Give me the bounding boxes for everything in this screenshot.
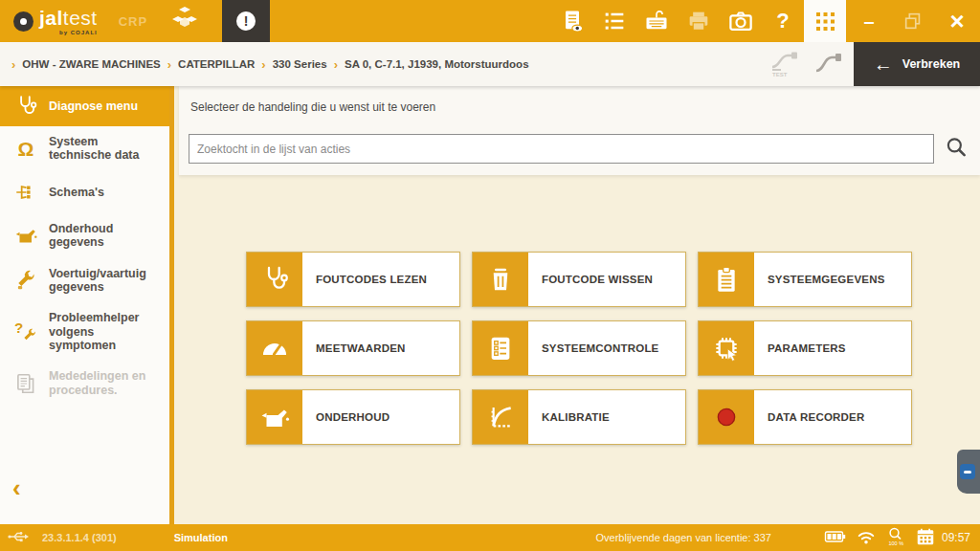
usb-icon <box>8 528 31 547</box>
teamviewer-icon <box>960 464 975 479</box>
action-prompt: Selecteer de handeling die u wenst uit t… <box>190 100 435 114</box>
wifi-icon <box>856 527 877 548</box>
keyboard-icon[interactable] <box>635 0 678 42</box>
action-foutcodes-lezen[interactable]: FOUTCODES LEZEN <box>246 252 460 307</box>
prompt-strip: Selecteer de handeling die u wenst uit t… <box>179 86 980 175</box>
oilcan-icon <box>11 223 40 248</box>
breadcrumb-item-make[interactable]: CATERPILLAR <box>178 58 255 70</box>
remote-support-tab[interactable] <box>957 450 980 494</box>
calendar-icon[interactable] <box>915 526 936 549</box>
action-label: SYSTEEMCONTROLE <box>528 321 685 375</box>
action-meetwaarden[interactable]: MEETWAARDEN <box>246 320 460 376</box>
action-systeemgegevens[interactable]: SYSTEEMGEGEVENS <box>698 252 912 307</box>
action-label: PARAMETERS <box>754 321 911 375</box>
jaltest-logo: jaltest by COJALI <box>13 8 98 35</box>
checklist-icon <box>473 321 528 375</box>
schematic-icon <box>11 180 40 205</box>
breadcrumb-bar: › OHW - ZWARE MACHINES › CATERPILLAR › 3… <box>0 42 980 86</box>
restore-window-button[interactable] <box>892 0 934 42</box>
help-icon[interactable]: ? <box>762 0 804 42</box>
breadcrumb-item-model[interactable]: 330 Series <box>273 58 327 70</box>
action-data-recorder[interactable]: DATA RECORDER <box>698 389 912 445</box>
clipboard-icon <box>699 253 754 306</box>
sidebar-item-schemas[interactable]: Schema's <box>0 171 169 213</box>
main-content: Selecteer de handeling die u wenst uit t… <box>179 86 980 524</box>
omega-icon: Ω <box>11 139 40 159</box>
alerts-button[interactable]: ! <box>222 0 270 42</box>
exclamation-icon: ! <box>236 11 256 31</box>
minimize-button[interactable]: – <box>846 11 892 33</box>
cubes-icon[interactable] <box>168 5 201 37</box>
stethoscope-icon <box>11 94 40 119</box>
close-button[interactable]: × <box>934 7 980 36</box>
action-label: KALIBRATIE <box>528 390 685 444</box>
sidebar: Diagnose menu Ω Systeem technische data … <box>0 86 174 524</box>
sidebar-item-mededelingen: Mededelingen en procedures. <box>0 361 169 406</box>
action-label: DATA RECORDER <box>754 390 911 444</box>
zoom-level-label: 100 % <box>888 540 903 546</box>
action-grid: FOUTCODES LEZEN FOUTCODE WISSEN SYSTEE <box>246 252 912 445</box>
zoom-level-icon[interactable]: 100 % <box>885 526 906 549</box>
search-icon[interactable] <box>944 135 969 164</box>
gauge-icon <box>247 321 302 375</box>
breadcrumb-item-category[interactable]: OHW - ZWARE MACHINES <box>22 58 160 70</box>
sidebar-item-label: Voertuig/vaartuig gegevens <box>49 267 164 295</box>
sidebar-item-voertuig-gegevens[interactable]: Voertuig/vaartuig gegevens <box>0 258 169 303</box>
sidebar-item-systeem-technische-data[interactable]: Ω Systeem technische data <box>0 126 169 171</box>
disconnect-label: Verbreken <box>902 57 960 71</box>
action-label: SYSTEEMGEGEVENS <box>754 253 911 306</box>
breadcrumb: › OHW - ZWARE MACHINES › CATERPILLAR › 3… <box>11 57 529 72</box>
record-icon <box>699 390 754 444</box>
stethoscope-icon <box>247 253 302 306</box>
title-bar: jaltest by COJALI CRP ! <box>0 0 980 42</box>
chevron-right-icon: › <box>334 57 338 72</box>
chevron-right-icon: › <box>167 57 171 72</box>
license-days-label: Overblijvende dagen van licentie: 337 <box>596 532 771 543</box>
status-bar: 23.3.1.1.4 (301) Simulation Overblijvend… <box>0 524 980 551</box>
chevron-right-icon: › <box>261 57 265 72</box>
sidebar-item-label: Mededelingen en procedures. <box>49 369 164 397</box>
sidebar-item-label: Diagnose menu <box>49 99 138 113</box>
action-label: MEETWAARDEN <box>302 321 459 375</box>
disconnect-button[interactable]: ← Verbreken <box>854 42 980 86</box>
sidebar-item-diagnose-menu[interactable]: Diagnose menu <box>0 86 169 126</box>
breadcrumb-item-system[interactable]: SA 0, C-7.1, J1939, Motorstuurdoos <box>345 58 529 70</box>
brand-subtext: by COJALI <box>39 30 98 35</box>
action-foutcode-wissen[interactable]: FOUTCODE WISSEN <box>472 252 686 307</box>
arrow-left-icon: ← <box>874 55 893 74</box>
crp-label: CRP <box>119 14 147 29</box>
apps-grid-icon[interactable] <box>804 0 846 42</box>
oilcan-icon <box>247 390 302 444</box>
wrench-icon <box>11 268 40 293</box>
report-icon[interactable] <box>551 0 593 42</box>
action-onderhoud[interactable]: ONDERHOUD <box>246 389 460 445</box>
action-systeemcontrole[interactable]: SYSTEEMCONTROLE <box>472 320 686 376</box>
version-label: 23.3.1.1.4 (301) <box>42 532 117 543</box>
sidebar-item-label: Systeem technische data <box>49 135 164 163</box>
calibration-icon <box>473 390 528 444</box>
list-icon[interactable] <box>593 0 635 42</box>
svg-text:TEST: TEST <box>772 72 788 77</box>
mode-label: Simulation <box>174 532 228 543</box>
trash-icon <box>473 253 528 306</box>
printer-icon <box>678 0 720 42</box>
connector-icon <box>812 48 846 80</box>
chip-icon <box>699 321 754 375</box>
question-wrench-icon: ? <box>11 320 40 344</box>
chevron-right-icon: › <box>11 57 15 72</box>
search-input[interactable] <box>189 134 934 164</box>
sidebar-item-label: Schema's <box>49 186 104 199</box>
sidebar-item-onderhoud-gegevens[interactable]: Onderhoud gegevens <box>0 213 169 258</box>
connector-test-icon: TEST <box>768 46 802 82</box>
camera-icon[interactable] <box>720 0 762 42</box>
sidebar-item-label: Onderhoud gegevens <box>49 222 164 250</box>
sidebar-item-probleemhelper[interactable]: ? Probleemhelper volgens symptomen <box>0 302 169 361</box>
action-kalibratie[interactable]: KALIBRATIE <box>472 389 686 445</box>
action-label: FOUTCODES LEZEN <box>302 253 459 306</box>
sidebar-item-label: Probleemhelper volgens symptomen <box>49 311 164 352</box>
action-parameters[interactable]: PARAMETERS <box>698 320 912 376</box>
clock-label: 09:57 <box>942 531 970 544</box>
sidebar-collapse-button[interactable]: ‹ <box>12 475 21 500</box>
svg-text:?: ? <box>14 320 23 336</box>
documents-icon <box>11 371 40 396</box>
